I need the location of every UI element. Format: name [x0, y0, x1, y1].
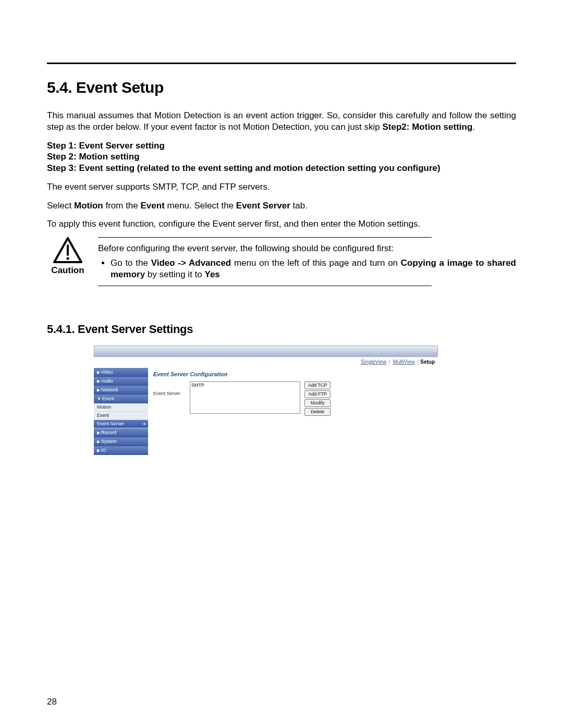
panel-title: Event Server Configuration	[153, 371, 433, 377]
sidebar-sub-motion[interactable]: Motion	[94, 403, 148, 412]
sidebar-item-record[interactable]: ▶Record	[94, 428, 148, 437]
nav-label: Event	[102, 396, 114, 401]
warning-icon	[53, 237, 82, 263]
t: To apply this event function	[47, 219, 154, 229]
chevron-down-icon: ▼	[97, 397, 101, 401]
step-1: Step 1: Event Server setting	[47, 140, 516, 152]
apply-paragraph: To apply this event function, configure …	[47, 218, 516, 230]
chevron-right-icon: ▶	[97, 439, 100, 444]
tab-sep: |	[389, 359, 390, 365]
t: Select	[47, 201, 74, 211]
intro-paragraph: This manual assumes that Motion Detectio…	[47, 110, 516, 133]
ui-header-bar	[94, 346, 438, 357]
steps-block: Step 1: Event Server setting Step 2: Mot…	[47, 140, 516, 174]
row-label-event-server: Event Server	[153, 381, 186, 396]
chevron-right-icon: ▶	[97, 379, 100, 384]
nav-label: System	[101, 439, 117, 444]
delete-button[interactable]: Delete	[304, 408, 331, 416]
nav-label: Network	[101, 387, 118, 392]
embedded-ui: SingleView | MultiView | Setup ▶Video ▶A…	[94, 346, 438, 455]
caution-block: Caution Before configuring the event ser…	[47, 237, 516, 291]
tab-sep: |	[418, 359, 419, 365]
sidebar-sub-event-server[interactable]: Event Server	[94, 420, 148, 428]
t: Go to the	[111, 258, 151, 268]
add-tcp-button[interactable]: Add TCP	[304, 381, 331, 389]
chevron-right-icon: ▶	[97, 430, 100, 435]
intro-bold: Step2: Motion setting	[383, 122, 473, 132]
ui-view-tabs: SingleView | MultiView | Setup	[94, 357, 438, 368]
tab-multiview[interactable]: MultiView	[393, 359, 415, 365]
sidebar-item-system[interactable]: ▶System	[94, 437, 148, 446]
list-item-smtp[interactable]: SMTP	[191, 382, 299, 388]
t: configure the Event server first, and th…	[156, 219, 421, 229]
tab-singleview[interactable]: SingleView	[361, 359, 386, 365]
step-2: Step 2: Motion setting	[47, 151, 516, 163]
caution-line1: Before configuring the event server, the…	[98, 243, 516, 254]
t: menu on the left of this page and turn o…	[231, 258, 401, 268]
sidebar-item-video[interactable]: ▶Video	[94, 368, 148, 377]
caution-top-rule	[98, 237, 432, 238]
t: by setting it to	[145, 269, 204, 279]
t: Motion	[74, 201, 103, 211]
page-number: 28	[47, 697, 57, 707]
nav-label: Video	[101, 369, 113, 375]
modify-button[interactable]: Modify	[304, 399, 331, 407]
chevron-right-icon: ▶	[97, 388, 100, 392]
caution-bullet: Go to the Video -> Advanced menu on the …	[111, 257, 516, 280]
caution-bottom-rule	[98, 286, 432, 286]
nav-label: IO	[101, 448, 106, 453]
t: Video -> Advanced	[151, 258, 231, 268]
subsection-heading: 5.4.1. Event Server Settings	[47, 323, 516, 336]
sidebar-sub-event[interactable]: Event	[94, 412, 148, 420]
add-ftp-button[interactable]: Add FTP	[304, 390, 331, 398]
tab-setup[interactable]: Setup	[420, 359, 435, 365]
select-paragraph: Select Motion from the Event menu. Selec…	[47, 200, 516, 212]
event-server-listbox[interactable]: SMTP	[190, 381, 300, 414]
chevron-right-icon: ▶	[97, 448, 100, 453]
t: from the	[103, 201, 141, 211]
t: Event	[141, 201, 165, 211]
t: Yes	[204, 269, 219, 279]
sidebar-item-event[interactable]: ▼Event	[94, 394, 148, 403]
nav-label: Audio	[101, 378, 113, 384]
caution-label: Caution	[47, 265, 89, 276]
ui-sidebar: ▶Video ▶Audio ▶Network ▼Event Motion Eve…	[94, 368, 148, 455]
sidebar-item-audio[interactable]: ▶Audio	[94, 377, 148, 386]
step-3: Step 3: Event setting (related to the ev…	[47, 163, 516, 174]
sidebar-item-network[interactable]: ▶Network	[94, 386, 148, 394]
chevron-right-icon: ▶	[97, 370, 100, 375]
t: Event Server	[236, 201, 290, 211]
sidebar-item-io[interactable]: ▶IO	[94, 446, 148, 455]
svg-point-2	[66, 257, 69, 260]
smtp-paragraph: The event server supports SMTP, TCP, and…	[47, 181, 516, 193]
nav-label: Record	[101, 430, 116, 435]
t: tab.	[290, 201, 308, 211]
top-rule	[47, 63, 516, 64]
section-heading: 5.4. Event Setup	[47, 79, 516, 96]
t: menu. Select the	[165, 201, 236, 211]
intro-period: .	[472, 122, 475, 132]
